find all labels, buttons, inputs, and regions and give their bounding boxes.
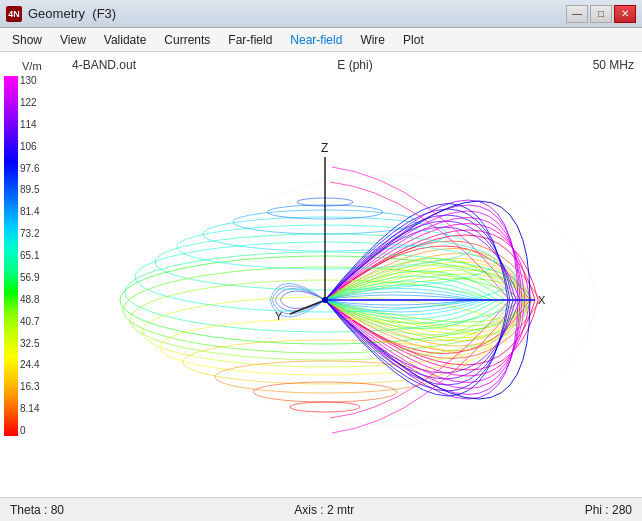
z-axis-label: Z <box>321 141 328 155</box>
legend-gradient <box>4 76 18 436</box>
menu-plot[interactable]: Plot <box>395 31 432 49</box>
minimize-button[interactable]: — <box>566 5 588 23</box>
origin-dot <box>322 297 328 303</box>
theta-status: Theta : 80 <box>10 503 64 517</box>
axis-status: Axis : 2 mtr <box>294 503 354 517</box>
legend-label-1: 122 <box>20 98 39 108</box>
legend-label-6: 81.4 <box>20 207 39 217</box>
legend-label-7: 73.2 <box>20 229 39 239</box>
legend-label-3: 106 <box>20 142 39 152</box>
legend-label-10: 48.8 <box>20 295 39 305</box>
plot-area[interactable]: 4-BAND.out E (phi) 50 MHz <box>68 52 642 497</box>
svg-point-11 <box>253 382 397 402</box>
menu-currents[interactable]: Currents <box>156 31 218 49</box>
legend-label-11: 40.7 <box>20 317 39 327</box>
legend-label-9: 56.9 <box>20 273 39 283</box>
phi-status: Phi : 280 <box>585 503 632 517</box>
menu-far-field[interactable]: Far-field <box>220 31 280 49</box>
title-bar: 4N Geometry (F3) — □ ✕ <box>0 0 642 28</box>
menu-view[interactable]: View <box>52 31 94 49</box>
svg-point-9 <box>183 340 467 384</box>
app-icon: 4N <box>6 6 22 22</box>
x-axis-label: X <box>538 294 546 306</box>
menu-bar: Show View Validate Currents Far-field Ne… <box>0 28 642 52</box>
legend-label-13: 24.4 <box>20 360 39 370</box>
svg-point-12 <box>290 402 360 412</box>
legend-label-16: 0 <box>20 426 39 436</box>
menu-show[interactable]: Show <box>4 31 50 49</box>
legend-label-0: 130 <box>20 76 39 86</box>
content-area: V/m 130 122 114 106 97.6 89.5 81.4 73.2 … <box>0 52 642 497</box>
legend-label-4: 97.6 <box>20 164 39 174</box>
legend-label-15: 8.14 <box>20 404 39 414</box>
maximize-button[interactable]: □ <box>590 5 612 23</box>
status-bar: Theta : 80 Axis : 2 mtr Phi : 280 <box>0 497 642 521</box>
legend-column: V/m 130 122 114 106 97.6 89.5 81.4 73.2 … <box>0 52 68 497</box>
legend-label-14: 16.3 <box>20 382 39 392</box>
legend-bar-container: 130 122 114 106 97.6 89.5 81.4 73.2 65.1… <box>4 76 39 493</box>
title-bar-left: 4N Geometry (F3) <box>6 6 116 22</box>
title-bar-controls: — □ ✕ <box>566 5 636 23</box>
legend-label-8: 65.1 <box>20 251 39 261</box>
menu-near-field[interactable]: Near-field <box>282 31 350 49</box>
window-title: Geometry (F3) <box>28 6 116 21</box>
menu-wire[interactable]: Wire <box>352 31 393 49</box>
close-button[interactable]: ✕ <box>614 5 636 23</box>
pattern-svg: Z X Y <box>68 52 642 497</box>
legend-unit: V/m <box>4 60 42 72</box>
y-axis-label: Y <box>275 310 283 322</box>
legend-label-2: 114 <box>20 120 39 130</box>
menu-validate[interactable]: Validate <box>96 31 154 49</box>
legend-label-5: 89.5 <box>20 185 39 195</box>
legend-label-12: 32.5 <box>20 339 39 349</box>
legend-labels: 130 122 114 106 97.6 89.5 81.4 73.2 65.1… <box>20 76 39 436</box>
